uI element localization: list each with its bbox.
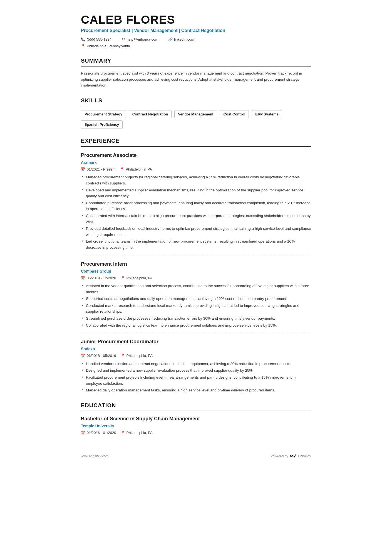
summary-text: Passionate procurement specialist with 3… <box>81 70 311 88</box>
education-title: EDUCATION <box>81 401 311 411</box>
skills-container: Procurement StrategyContract Negotiation… <box>81 110 311 129</box>
list-item: Collaborated with internal stakeholders … <box>81 213 311 225</box>
education-entry: Bachelor of Science in Supply Chain Mana… <box>81 415 311 436</box>
school-name: Temple University <box>81 423 311 429</box>
calendar-icon: 📅 <box>81 275 85 281</box>
pin-icon: 📍 <box>121 430 125 436</box>
job-meta: 📅 01/2021 - Present 📍 Philadelphia, PA <box>81 167 311 172</box>
job-dates: 📅 06/2018 - 05/2019 <box>81 353 116 359</box>
experience-container: Procurement Associate Aramark 📅 01/2021 … <box>81 152 311 393</box>
edu-location: 📍 Philadelphia, PA <box>121 430 153 436</box>
list-item: Managed daily operation management tasks… <box>81 387 311 393</box>
list-item: Provided detailed feedback on local indu… <box>81 226 311 238</box>
contact-row: 📞 (555) 555-1234 @ help@enhancv.com 🔗 li… <box>81 37 311 42</box>
job-title: Procurement Intern <box>81 260 311 268</box>
footer-website: www.enhancv.com <box>81 454 108 459</box>
list-item: Supported contract negotiations and dail… <box>81 296 311 302</box>
job-entry: Procurement Associate Aramark 📅 01/2021 … <box>81 152 311 251</box>
linkedin-text: linkedin.com <box>174 37 194 42</box>
email-item: @ help@enhancv.com <box>121 37 158 42</box>
list-item: Collaborated with the regional logistics… <box>81 322 311 329</box>
candidate-name: CALEB FLORES <box>81 13 311 26</box>
education-container: Bachelor of Science in Supply Chain Mana… <box>81 415 311 436</box>
bullet-list: Managed procurement projects for regiona… <box>81 174 311 250</box>
job-location: 📍 Philadelphia, PA <box>120 167 152 172</box>
enhancv-logo-icon: ∞✓ <box>290 452 296 460</box>
header-section: CALEB FLORES Procurement Specialist | Ve… <box>81 13 311 49</box>
list-item: Led cross-functional teams in the implem… <box>81 238 311 250</box>
email-icon: @ <box>121 37 125 42</box>
skills-title: SKILLS <box>81 96 311 106</box>
location-icon: 📍 <box>81 43 85 49</box>
summary-section: SUMMARY Passionate procurement specialis… <box>81 56 311 88</box>
job-meta: 📅 06/2019 - 12/2020 📍 Philadelphia, PA <box>81 275 311 281</box>
enhancv-branding: Powered by ∞✓ Enhancv <box>271 452 311 460</box>
summary-title: SUMMARY <box>81 56 311 66</box>
pin-icon: 📍 <box>121 353 125 359</box>
list-item: Managed procurement projects for regiona… <box>81 174 311 186</box>
job-title: Procurement Associate <box>81 152 311 159</box>
company-name: Sodexo <box>81 346 311 352</box>
calendar-icon: 📅 <box>81 430 85 436</box>
list-item: Designed and implemented a new supplier … <box>81 367 311 374</box>
list-item: Conducted market research to understand … <box>81 303 311 315</box>
job-dates: 📅 01/2021 - Present <box>81 167 115 172</box>
job-title: Junior Procurement Coordinator <box>81 338 311 346</box>
edu-dates: 📅 01/2016 - 01/2020 <box>81 430 116 436</box>
skill-badge: Spanish Proficiency <box>81 120 123 129</box>
linkedin-icon: 🔗 <box>168 37 173 42</box>
experience-section: EXPERIENCE Procurement Associate Aramark… <box>81 137 311 393</box>
phone-item: 📞 (555) 555-1234 <box>81 37 111 42</box>
skill-badge: Vendor Management <box>174 110 217 119</box>
job-entry: Procurement Intern Compass Group 📅 06/20… <box>81 260 311 329</box>
phone-text: (555) 555-1234 <box>87 37 111 42</box>
location-text: Philadelphia, Pennsylvania <box>87 43 130 49</box>
experience-title: EXPERIENCE <box>81 137 311 147</box>
list-item: Coordinated purchase order processing an… <box>81 200 311 212</box>
bullet-list: Handled vendor selection and contract ne… <box>81 361 311 393</box>
job-entry: Junior Procurement Coordinator Sodexo 📅 … <box>81 338 311 393</box>
job-dates: 📅 06/2019 - 12/2020 <box>81 275 116 281</box>
list-item: Developed and implemented supplier evalu… <box>81 187 311 199</box>
phone-icon: 📞 <box>81 37 85 42</box>
skills-section: SKILLS Procurement StrategyContract Nego… <box>81 96 311 129</box>
powered-by-text: Powered by <box>271 454 288 459</box>
location-row: 📍 Philadelphia, Pennsylvania <box>81 43 311 49</box>
edu-meta: 📅 01/2016 - 01/2020 📍 Philadelphia, PA <box>81 430 311 436</box>
list-item: Assisted in the vendor qualification and… <box>81 283 311 295</box>
candidate-title: Procurement Specialist | Vendor Manageme… <box>81 27 311 34</box>
skill-badge: Contract Negotiation <box>129 110 172 119</box>
skill-badge: ERP Systems <box>252 110 282 119</box>
resume-page: CALEB FLORES Procurement Specialist | Ve… <box>65 0 327 477</box>
skill-badge: Cost Control <box>220 110 249 119</box>
company-name: Compass Group <box>81 268 311 274</box>
calendar-icon: 📅 <box>81 353 85 359</box>
job-location: 📍 Philadelphia, PA <box>121 353 153 359</box>
company-name: Aramark <box>81 160 311 166</box>
list-item: Streamlined purchase order processes, re… <box>81 315 311 322</box>
education-section: EDUCATION Bachelor of Science in Supply … <box>81 401 311 436</box>
list-item: Facilitated procurement projects includi… <box>81 374 311 386</box>
pin-icon: 📍 <box>121 275 125 281</box>
job-divider <box>81 333 311 333</box>
calendar-icon: 📅 <box>81 167 85 172</box>
pin-icon: 📍 <box>120 167 124 172</box>
bullet-list: Assisted in the vendor qualification and… <box>81 283 311 328</box>
job-location: 📍 Philadelphia, PA <box>121 275 153 281</box>
job-meta: 📅 06/2018 - 05/2019 📍 Philadelphia, PA <box>81 353 311 359</box>
skill-badge: Procurement Strategy <box>81 110 126 119</box>
enhancv-brand-name: Enhancv <box>298 454 311 459</box>
job-divider <box>81 255 311 255</box>
linkedin-item: 🔗 linkedin.com <box>168 37 194 42</box>
footer: www.enhancv.com Powered by ∞✓ Enhancv <box>81 449 311 460</box>
list-item: Handled vendor selection and contract ne… <box>81 361 311 367</box>
email-text: help@enhancv.com <box>126 37 158 42</box>
degree-title: Bachelor of Science in Supply Chain Mana… <box>81 415 311 423</box>
